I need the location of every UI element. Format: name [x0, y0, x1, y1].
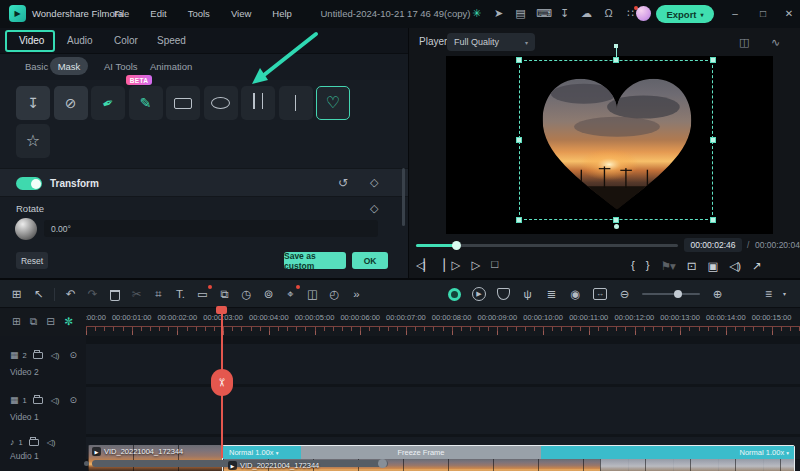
- menu-tools[interactable]: Tools: [188, 8, 210, 19]
- export-frame-icon[interactable]: ⊟: [46, 315, 55, 328]
- more-tools-icon[interactable]: »: [350, 287, 363, 301]
- folder-icon[interactable]: [29, 439, 39, 446]
- progress-knob[interactable]: [452, 241, 461, 250]
- mask-star-tile[interactable]: ☆: [16, 124, 50, 158]
- handle-middle-right[interactable]: [710, 137, 716, 143]
- pip-icon[interactable]: ◫: [306, 287, 319, 301]
- text-tool-icon[interactable]: T.: [174, 287, 187, 301]
- quality-dropdown[interactable]: Full Quality ▾: [447, 33, 535, 51]
- scopes-panel-icon[interactable]: ∿: [771, 36, 780, 49]
- save-icon[interactable]: ↧: [558, 6, 571, 21]
- color-palette-icon[interactable]: ⊚: [262, 287, 275, 301]
- handle-bottom-middle[interactable]: [613, 217, 619, 223]
- save-as-custom-button[interactable]: Save as custom: [284, 252, 346, 269]
- maximize-button[interactable]: □: [756, 8, 770, 19]
- screen-record-icon[interactable]: ◉: [569, 287, 582, 301]
- folder-icon[interactable]: [33, 352, 43, 359]
- mask-rectangle-tile[interactable]: [166, 86, 200, 120]
- select-tool-icon[interactable]: ↖: [32, 287, 45, 301]
- volume-icon[interactable]: ◁): [729, 259, 740, 273]
- link-clips-icon[interactable]: ⧉: [30, 315, 38, 328]
- tab-speed[interactable]: Speed: [157, 35, 186, 46]
- crop-icon[interactable]: ⌗: [152, 287, 165, 301]
- subtab-mask[interactable]: Mask: [50, 57, 88, 75]
- scrollbar-left-dot[interactable]: [84, 461, 89, 466]
- media-grid-icon[interactable]: ⊞: [10, 287, 23, 301]
- zoom-slider[interactable]: [642, 293, 700, 295]
- folder-icon[interactable]: [33, 397, 43, 404]
- undo-icon[interactable]: ↶: [64, 287, 77, 301]
- step-backward-icon[interactable]: ◁▏: [416, 258, 432, 272]
- rotate-keyframe-icon[interactable]: ◇: [370, 202, 378, 215]
- menu-view[interactable]: View: [231, 8, 251, 19]
- handle-top-right[interactable]: [710, 57, 716, 63]
- reset-button[interactable]: Reset: [16, 252, 48, 269]
- mask-selection-box[interactable]: [519, 60, 713, 220]
- fullscreen-icon[interactable]: ↗: [752, 259, 761, 273]
- mute-track-icon[interactable]: ◁): [51, 396, 60, 405]
- subtab-basic[interactable]: Basic: [25, 61, 48, 72]
- hide-track-icon[interactable]: ⊙: [70, 350, 78, 360]
- speed-label-right[interactable]: Normal 1.00x ▾: [740, 446, 789, 459]
- handle-bottom-left[interactable]: [516, 217, 522, 223]
- export-button[interactable]: Export ▾: [656, 5, 714, 23]
- freeze-frame-section[interactable]: Freeze Frame: [301, 446, 541, 459]
- tab-audio[interactable]: Audio: [67, 35, 93, 46]
- playhead-scissors-badge[interactable]: ✂: [211, 369, 233, 396]
- ok-button[interactable]: OK: [352, 252, 388, 269]
- video-clip-selected[interactable]: Normal 1.00x ▾ Freeze Frame Normal 1.00x…: [222, 445, 795, 471]
- mask-none-tile[interactable]: ⊘: [54, 86, 88, 120]
- snapshot-icon[interactable]: ▣: [707, 259, 717, 273]
- speed-label-left[interactable]: Normal 1.00x ▾: [229, 446, 278, 459]
- menu-help[interactable]: Help: [272, 8, 292, 19]
- mark-in-icon[interactable]: {: [631, 259, 634, 273]
- keyframe-snowflake-icon[interactable]: ✼: [64, 315, 73, 328]
- minimize-button[interactable]: –: [728, 8, 742, 19]
- split-scissors-icon[interactable]: ✂: [130, 287, 143, 301]
- subtab-ai-tools[interactable]: AI Tools: [104, 61, 138, 72]
- delete-icon[interactable]: [108, 287, 121, 301]
- handle-top-left[interactable]: [516, 57, 522, 63]
- mask-draw-tile[interactable]: ✎: [129, 86, 163, 120]
- zoom-in-icon[interactable]: ⊕: [711, 287, 724, 301]
- support-icon[interactable]: Ω: [602, 6, 615, 21]
- playback-progress-bar[interactable]: [416, 244, 678, 247]
- add-to-track-icon[interactable]: ⊞: [12, 315, 21, 328]
- chroma-key-icon[interactable]: [448, 288, 461, 301]
- zoom-out-icon[interactable]: ⊖: [618, 287, 631, 301]
- handle-middle-left[interactable]: [516, 137, 522, 143]
- close-button[interactable]: ✕: [782, 8, 796, 19]
- mask-single-line-tile[interactable]: [279, 86, 313, 120]
- split-screen-icon[interactable]: ◫: [739, 36, 749, 49]
- subtab-animation[interactable]: Animation: [150, 61, 192, 72]
- mute-track-icon[interactable]: ◁): [47, 438, 56, 447]
- timer-icon[interactable]: ◴: [328, 287, 341, 301]
- rotate-dial[interactable]: [15, 218, 37, 240]
- scrollbar-knob[interactable]: [378, 459, 387, 468]
- track-lane-video1[interactable]: [86, 387, 800, 434]
- redo-icon[interactable]: ↷: [86, 287, 99, 301]
- rotation-handle[interactable]: [614, 44, 618, 48]
- handle-bottom-right[interactable]: [710, 217, 716, 223]
- voiceover-mic-icon[interactable]: ψ: [521, 287, 534, 301]
- timeline-ruler[interactable]: ⊞⧉⊟✼ 00:00:00:0000:00:01:0000:00:02:0000…: [0, 309, 800, 336]
- mask-heart-tile[interactable]: ♡: [316, 86, 350, 120]
- render-preview-icon[interactable]: ▶: [472, 287, 486, 301]
- copy-clip-icon[interactable]: ⧉: [218, 287, 231, 301]
- tab-color[interactable]: Color: [114, 35, 138, 46]
- cloud-upload-icon[interactable]: ☁: [580, 6, 593, 21]
- speed-clock-icon[interactable]: ◷: [240, 287, 253, 301]
- rotate-input[interactable]: 0.00°: [44, 220, 378, 237]
- motion-track-icon[interactable]: ⌖: [284, 287, 297, 301]
- track-manager-caret-icon[interactable]: ▾: [783, 290, 786, 297]
- track-manager-icon[interactable]: ≡: [765, 287, 772, 301]
- mask-import-tile[interactable]: ↧: [16, 86, 50, 120]
- gift-icon[interactable]: ✳: [470, 6, 483, 21]
- mask-ellipse-tile[interactable]: [204, 86, 238, 120]
- menu-edit[interactable]: Edit: [150, 8, 166, 19]
- transform-reset-icon[interactable]: ↺: [338, 176, 348, 190]
- script-notes-icon[interactable]: ≣: [545, 287, 558, 301]
- external-display-icon[interactable]: ⊡: [687, 259, 696, 273]
- feather-handle[interactable]: [614, 224, 619, 229]
- track-lane-video2[interactable]: [86, 344, 800, 384]
